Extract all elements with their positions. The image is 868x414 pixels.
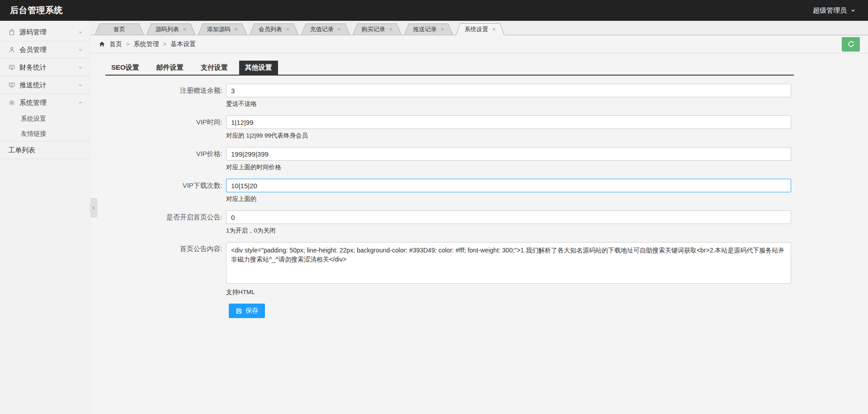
settings-content: SEO设置邮件设置支付设置其他设置 注册赠送余额:爱送不送咯VIP时间:对应的 … bbox=[90, 53, 868, 318]
field-hint: 对应上面的时间价格 bbox=[226, 163, 791, 171]
bag-icon bbox=[8, 29, 15, 36]
topbar: 后台管理系统 超级管理员 bbox=[0, 0, 868, 21]
close-icon[interactable]: × bbox=[235, 26, 238, 32]
form-row: VIP时间:对应的 1|2|99 99代表终身会员 bbox=[90, 115, 868, 140]
save-icon bbox=[236, 308, 242, 314]
tab-label: 添加源码 bbox=[207, 24, 231, 35]
breadcrumb-separator: > bbox=[163, 41, 167, 48]
field-label: VIP价格: bbox=[90, 147, 226, 171]
sidebar-subitem-4-0[interactable]: 系统设置 bbox=[0, 111, 90, 126]
form-row: 是否开启首页公告:1为开启，0为关闭 bbox=[90, 210, 868, 235]
sidebar-group: 工单列表 bbox=[0, 142, 90, 159]
tab-label: 系统设置 bbox=[465, 24, 488, 35]
tab-strip: 首页源码列表×添加源码×会员列表×充值记录×购买记录×推送记录×系统设置× bbox=[90, 21, 868, 35]
settings-tab-1[interactable]: 邮件设置 bbox=[151, 61, 189, 75]
sidebar-item-3[interactable]: 推送统计 bbox=[0, 76, 90, 94]
sidebar-group: 会员管理 bbox=[0, 41, 90, 59]
tab-5[interactable]: 购买记录× bbox=[353, 24, 401, 35]
form-row: VIP下载次数:对应上面的 bbox=[90, 179, 868, 203]
sidebar-collapse-handle[interactable] bbox=[90, 198, 97, 217]
field-input-2[interactable] bbox=[226, 147, 791, 161]
user-icon bbox=[8, 46, 15, 53]
sidebar-item-label: 会员管理 bbox=[19, 46, 47, 54]
field-label: 首页公告内容: bbox=[90, 242, 226, 296]
main-area: 首页源码列表×添加源码×会员列表×充值记录×购买记录×推送记录×系统设置× 首页… bbox=[90, 21, 868, 318]
form-row: 注册赠送余额:爱送不送咯 bbox=[90, 84, 868, 108]
breadcrumb-item-0[interactable]: 首页 bbox=[109, 40, 122, 48]
tab-1[interactable]: 源码列表× bbox=[146, 24, 195, 35]
user-menu[interactable]: 超级管理员 bbox=[813, 6, 856, 15]
tab-3[interactable]: 会员列表× bbox=[250, 24, 298, 35]
chevron-left-icon bbox=[91, 205, 97, 211]
sidebar-item-label: 工单列表 bbox=[8, 146, 35, 155]
sidebar-item-0[interactable]: 源码管理 bbox=[0, 24, 90, 41]
sidebar-group: 财务统计 bbox=[0, 59, 90, 76]
report-icon bbox=[8, 81, 15, 89]
chevron-down-icon bbox=[77, 47, 84, 53]
tab-label: 源码列表 bbox=[156, 24, 179, 35]
sidebar-subitem-4-1[interactable]: 友情链接 bbox=[0, 126, 90, 141]
close-icon[interactable]: × bbox=[183, 26, 187, 32]
breadcrumb-separator: > bbox=[126, 41, 130, 48]
field-label: 是否开启首页公告: bbox=[90, 210, 226, 235]
chevron-down-icon bbox=[850, 7, 856, 14]
breadcrumb-bar: 首页>系统管理>基本设置 bbox=[90, 35, 868, 53]
app-title: 后台管理系统 bbox=[10, 5, 63, 16]
field-hint: 1为开启，0为关闭 bbox=[226, 227, 791, 235]
settings-tabs: SEO设置邮件设置支付设置其他设置 bbox=[105, 61, 794, 76]
refresh-button[interactable] bbox=[842, 37, 860, 52]
user-name: 超级管理员 bbox=[813, 6, 847, 15]
breadcrumb: 首页>系统管理>基本设置 bbox=[99, 40, 196, 48]
chevron-up-icon bbox=[77, 100, 84, 106]
sidebar-item-label: 源码管理 bbox=[19, 28, 47, 37]
field-label: 注册赠送余额: bbox=[90, 84, 226, 108]
breadcrumb-item-2[interactable]: 基本设置 bbox=[170, 40, 196, 48]
report-icon bbox=[8, 64, 15, 71]
close-icon[interactable]: × bbox=[338, 26, 341, 32]
tab-7[interactable]: 系统设置× bbox=[456, 23, 505, 35]
field-hint: 对应上面的 bbox=[226, 195, 791, 203]
form-row: 首页公告内容:支持HTML bbox=[90, 242, 868, 296]
field-hint: 对应的 1|2|99 99代表终身会员 bbox=[226, 132, 791, 140]
sidebar-group: 推送统计 bbox=[0, 76, 90, 94]
settings-tab-2[interactable]: 支付设置 bbox=[195, 61, 234, 75]
home-icon bbox=[99, 41, 105, 48]
sidebar-item-5[interactable]: 工单列表 bbox=[0, 142, 90, 159]
field-label: VIP时间: bbox=[90, 115, 226, 140]
save-row: 保存 bbox=[229, 304, 868, 318]
field-hint: 支持HTML bbox=[226, 288, 791, 296]
settings-tab-0[interactable]: SEO设置 bbox=[105, 61, 145, 75]
field-input-0[interactable] bbox=[226, 84, 791, 97]
chevron-down-icon bbox=[77, 29, 84, 35]
close-icon[interactable]: × bbox=[441, 26, 444, 32]
chevron-down-icon bbox=[77, 82, 84, 88]
tab-4[interactable]: 充值记录× bbox=[301, 24, 350, 35]
gear-icon bbox=[8, 99, 15, 106]
save-button-label: 保存 bbox=[245, 307, 258, 315]
close-icon[interactable]: × bbox=[286, 26, 290, 32]
field-input-5[interactable] bbox=[226, 242, 791, 284]
settings-tab-3[interactable]: 其他设置 bbox=[239, 61, 278, 75]
sidebar-item-label: 系统管理 bbox=[19, 99, 47, 107]
sidebar-item-1[interactable]: 会员管理 bbox=[0, 41, 90, 58]
chevron-down-icon bbox=[77, 64, 84, 71]
save-button[interactable]: 保存 bbox=[229, 304, 265, 318]
tab-label: 充值记录 bbox=[310, 24, 334, 35]
sidebar-item-4[interactable]: 系统管理 bbox=[0, 94, 90, 111]
close-icon[interactable]: × bbox=[389, 26, 393, 32]
tab-2[interactable]: 添加源码× bbox=[198, 24, 247, 35]
sidebar: 源码管理会员管理财务统计推送统计系统管理系统设置友情链接工单列表 bbox=[0, 21, 90, 414]
tab-label: 推送记录 bbox=[413, 24, 437, 35]
tab-label: 会员列表 bbox=[259, 24, 282, 35]
close-icon[interactable]: × bbox=[492, 26, 496, 32]
field-input-4[interactable] bbox=[226, 210, 791, 224]
settings-form: 注册赠送余额:爱送不送咯VIP时间:对应的 1|2|99 99代表终身会员VIP… bbox=[90, 84, 868, 296]
field-hint: 爱送不送咯 bbox=[226, 100, 791, 108]
tab-0[interactable]: 首页 bbox=[95, 24, 144, 35]
sidebar-group: 源码管理 bbox=[0, 24, 90, 41]
field-input-3[interactable] bbox=[226, 179, 791, 192]
field-input-1[interactable] bbox=[226, 115, 791, 129]
tab-6[interactable]: 推送记录× bbox=[404, 24, 453, 35]
sidebar-item-2[interactable]: 财务统计 bbox=[0, 59, 90, 76]
breadcrumb-item-1[interactable]: 系统管理 bbox=[134, 40, 159, 48]
